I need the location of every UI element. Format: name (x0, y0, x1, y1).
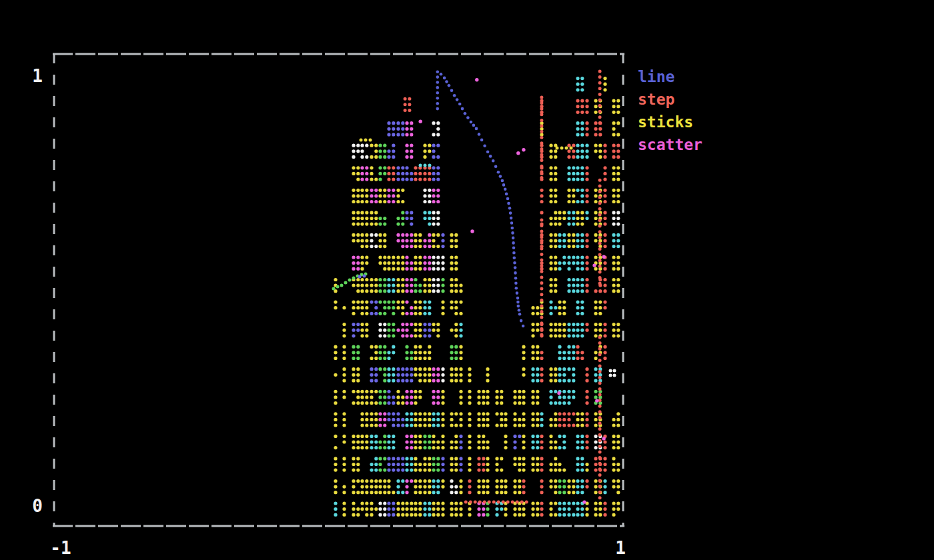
legend-item-step: step (638, 89, 703, 111)
plot-canvas (0, 0, 934, 560)
terminal-plot: 1 0 -1 1 line step sticks scatter (0, 0, 934, 560)
legend-item-sticks: sticks (638, 111, 703, 134)
legend: line step sticks scatter (638, 66, 703, 157)
legend-item-line: line (638, 66, 703, 89)
x-axis-tick-left: -1 (45, 539, 77, 557)
x-axis-tick-right: 1 (604, 539, 636, 557)
y-axis-tick-top: 1 (19, 67, 43, 85)
y-axis-tick-bottom: 0 (19, 497, 43, 515)
legend-item-scatter: scatter (638, 134, 703, 157)
